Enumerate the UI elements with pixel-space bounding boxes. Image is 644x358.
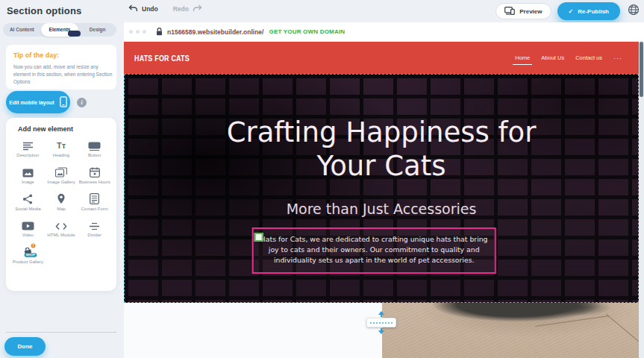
cat-on-carpet-image — [382, 303, 639, 358]
element-business-hours[interactable]: Business Hours — [78, 166, 110, 186]
hero-subheading[interactable]: More than Just Accessories — [125, 201, 638, 217]
browser-window-dots — [129, 30, 146, 34]
resize-grip[interactable] — [366, 318, 396, 327]
form-icon — [90, 192, 99, 204]
language-globe-button[interactable] — [626, 4, 641, 19]
devices-icon — [504, 7, 515, 16]
elements-tab-indicator — [68, 31, 81, 37]
shop-badge: SHOP — [25, 253, 37, 257]
done-button[interactable]: Done — [4, 337, 46, 356]
element-contact-form[interactable]: Contact Form — [78, 192, 110, 213]
preview-label: Preview — [519, 8, 542, 15]
new-badge-dot: ! — [31, 244, 35, 248]
sidebar-divider — [6, 332, 116, 333]
sidebar-tabs: AI Content Elements Design — [3, 23, 116, 37]
tip-title: Tip of the day: — [13, 51, 59, 59]
tab-design[interactable]: Design — [78, 23, 116, 37]
code-icon — [55, 219, 67, 230]
redo-button[interactable]: Redo — [173, 4, 202, 13]
topbar-actions: Preview ✓ Re-Publish — [495, 2, 641, 20]
element-map[interactable]: Map — [46, 192, 78, 213]
undo-label: Undo — [142, 5, 158, 13]
tip-of-the-day-card: Tip of the day: Now you can add, move an… — [6, 45, 116, 90]
site-preview: HATS FOR CATS Home About Us Contact us ·… — [124, 42, 639, 358]
page-title: Section options — [7, 5, 82, 16]
redo-icon — [193, 4, 202, 13]
site-url: n1566589.websitebuilder.online/ — [167, 28, 263, 36]
lock-icon — [156, 28, 163, 36]
button-icon — [88, 139, 101, 151]
video-icon — [22, 219, 34, 230]
calendar-icon — [90, 166, 100, 178]
divider-icon — [89, 219, 100, 230]
heading-icon: Tт — [57, 139, 66, 151]
scrollbar-thumb[interactable] — [640, 42, 643, 97]
window-dot — [129, 30, 133, 34]
editor-sidebar: AI Content Elements Design Tip of the da… — [0, 22, 124, 358]
nav-item-home[interactable]: Home — [515, 54, 530, 61]
nav-item-about-us[interactable]: About Us — [541, 54, 564, 61]
tip-body: Now you can add, move and resize any ele… — [13, 63, 113, 86]
info-icon[interactable]: i — [77, 98, 87, 107]
element-image[interactable]: Image — [12, 166, 44, 186]
undo-redo-group: Undo Redo — [128, 4, 202, 13]
paragraph-selection-box[interactable]: Hats for Cats, we are dedicated to craft… — [252, 227, 496, 274]
resize-arrow-stem — [381, 315, 382, 317]
top-toolbar: Section options Undo Redo Preview — [0, 0, 644, 22]
nav-more-menu[interactable]: ··· — [613, 54, 622, 62]
tab-ai-content[interactable]: AI Content — [3, 23, 41, 37]
site-nav: Home About Us Contact us ··· — [515, 42, 622, 74]
add-element-title: Add new element — [18, 125, 73, 133]
carpet-seam — [606, 314, 639, 349]
map-pin-icon — [57, 192, 66, 204]
text-lines-icon — [22, 139, 34, 151]
edit-mobile-layout-button[interactable]: Edit mobile layout — [6, 91, 70, 113]
mobile-layout-row: Edit mobile layout i — [6, 91, 87, 113]
section-resize-handle[interactable] — [366, 311, 396, 334]
element-video[interactable]: Video — [12, 219, 44, 239]
element-image-gallery[interactable]: Image Gallery — [46, 166, 78, 186]
nav-item-contact-us[interactable]: Contact us — [575, 54, 602, 61]
image-icon — [22, 166, 34, 178]
element-social-media[interactable]: Social Media — [12, 192, 44, 213]
resize-arrow-down-icon — [378, 330, 384, 334]
element-product-gallery[interactable]: ! SHOP Product Gallery — [12, 245, 44, 266]
carpet-seam — [535, 315, 609, 327]
element-divider[interactable]: Divider — [78, 219, 110, 239]
window-dot — [136, 30, 140, 34]
element-drag-handle[interactable] — [254, 233, 263, 242]
globe-icon — [628, 4, 640, 19]
element-button[interactable]: Button — [78, 139, 110, 159]
republish-button[interactable]: ✓ Re-Publish — [557, 2, 620, 20]
element-heading[interactable]: Tт Heading — [46, 139, 78, 159]
image-gallery-icon — [55, 166, 67, 178]
hero-section-selected[interactable]: Crafting Happiness for Your Cats More th… — [124, 74, 639, 303]
element-grid: Description Tт Heading Button Ima — [12, 139, 110, 266]
preview-canvas: n1566589.websitebuilder.online/ GET YOUR… — [124, 22, 644, 358]
share-icon — [22, 192, 33, 204]
element-html-module[interactable]: HTML Module — [46, 219, 78, 239]
republish-label: Re-Publish — [578, 8, 609, 15]
get-domain-link[interactable]: GET YOUR OWN DOMAIN — [269, 28, 345, 35]
shopping-bag-icon: ! SHOP — [23, 245, 33, 257]
check-icon: ✓ — [569, 8, 574, 15]
canvas-scrollbar[interactable] — [639, 42, 644, 358]
site-logo[interactable]: HATS FOR CATS — [134, 54, 190, 63]
website-builder-app: Section options Undo Redo Preview — [0, 0, 644, 358]
element-description[interactable]: Description — [12, 139, 44, 159]
add-element-panel: Add new element Description Tт Heading — [6, 118, 116, 291]
window-dot — [143, 30, 146, 34]
browser-bar: n1566589.websitebuilder.online/ GET YOUR… — [124, 22, 644, 42]
hero-paragraph[interactable]: Hats for Cats, we are dedicated to craft… — [257, 234, 491, 266]
undo-button[interactable]: Undo — [128, 4, 158, 13]
hero-heading[interactable]: Crafting Happiness for Your Cats — [213, 116, 549, 183]
redo-label: Redo — [173, 5, 189, 13]
edit-mobile-label: Edit mobile layout — [9, 100, 54, 105]
preview-button[interactable]: Preview — [495, 3, 551, 19]
undo-icon — [128, 4, 138, 13]
site-header[interactable]: HATS FOR CATS Home About Us Contact us ·… — [124, 42, 639, 74]
phone-icon — [60, 96, 67, 108]
